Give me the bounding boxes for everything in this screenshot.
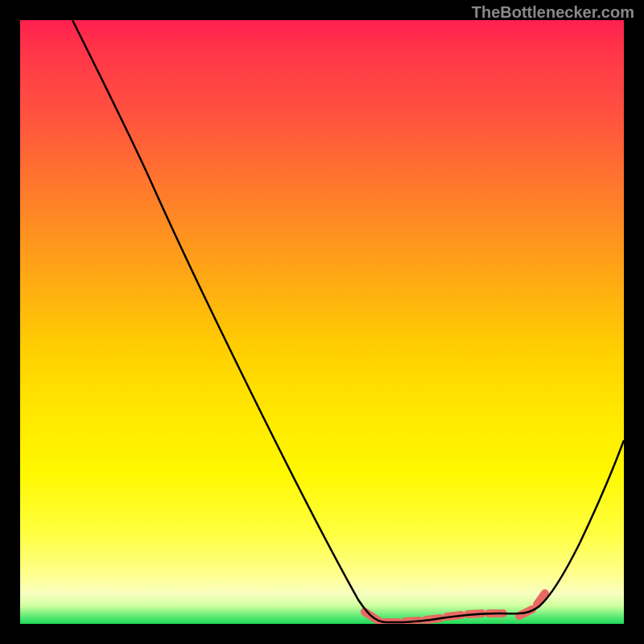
chart-canvas	[20, 20, 624, 624]
watermark-text: TheBottlenecker.com	[472, 3, 634, 22]
chart-svg	[20, 20, 624, 624]
bottleneck-curve	[72, 20, 624, 622]
dashed-region-group	[365, 593, 545, 622]
